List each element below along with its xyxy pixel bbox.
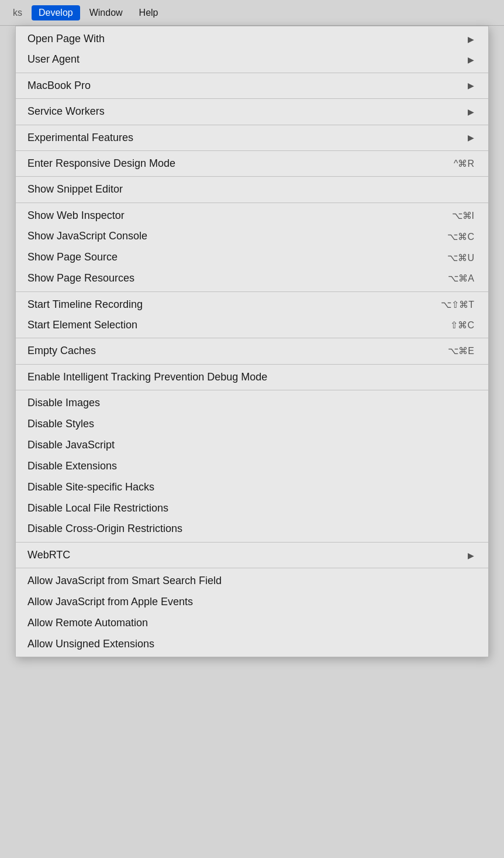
keyboard-shortcut: ⌥⌘A: [448, 273, 474, 284]
menu-item-label: Open Page With: [27, 32, 105, 46]
menu-section-experimental: Experimental Features▶: [16, 125, 488, 151]
menu-section-timeline-group: Start Timeline Recording⌥⇧⌘TStart Elemen…: [16, 292, 488, 339]
menu-bar-item-help[interactable]: Help: [132, 5, 165, 20]
develop-menu-dropdown: Open Page With▶User Agent▶MacBook Pro▶Se…: [15, 26, 489, 657]
menu-item-label: Show Snippet Editor: [27, 183, 123, 196]
menu-item-webrtc[interactable]: WebRTC▶: [16, 543, 488, 568]
menu-item-show-web-inspector[interactable]: Show Web Inspector⌥⌘I: [16, 203, 488, 226]
menu-item-experimental-features[interactable]: Experimental Features▶: [16, 125, 488, 150]
menu-item-label: Disable Site-specific Hacks: [27, 481, 154, 494]
menu-bar-item-window[interactable]: Window: [82, 5, 130, 20]
menu-section-webrtc: WebRTC▶: [16, 543, 488, 568]
menu-section-allow-group: Allow JavaScript from Smart Search Field…: [16, 568, 488, 657]
submenu-arrow-icon: ▶: [468, 551, 474, 560]
menu-item-label: WebRTC: [27, 548, 70, 562]
menu-bar-item-bookmarks[interactable]: ks: [6, 5, 29, 20]
menu-bar-item-develop[interactable]: Develop: [32, 5, 80, 20]
keyboard-shortcut: ⌥⇧⌘T: [441, 299, 474, 310]
menu-item-label: Allow Remote Automation: [27, 616, 148, 630]
menu-item-label: Enter Responsive Design Mode: [27, 157, 175, 170]
keyboard-shortcut: ⌥⌘E: [448, 345, 474, 356]
keyboard-shortcut: ^⌘R: [454, 158, 474, 169]
menu-item-service-workers[interactable]: Service Workers▶: [16, 99, 488, 124]
keyboard-shortcut: ⌥⌘I: [452, 210, 474, 221]
keyboard-shortcut: ⇧⌘C: [450, 320, 474, 331]
submenu-arrow-icon: ▶: [468, 81, 474, 90]
menu-item-label: User Agent: [27, 53, 80, 66]
menu-item-disable-javascript[interactable]: Disable JavaScript: [16, 434, 488, 455]
menu-item-disable-styles[interactable]: Disable Styles: [16, 413, 488, 434]
menu-item-label: Allow JavaScript from Apple Events: [27, 595, 193, 609]
menu-item-label: Allow Unsigned Extensions: [27, 637, 154, 651]
menu-section-inspector-group: Show Web Inspector⌥⌘IShow JavaScript Con…: [16, 203, 488, 292]
menu-item-disable-site-specific-hacks[interactable]: Disable Site-specific Hacks: [16, 476, 488, 497]
menu-item-label: Allow JavaScript from Smart Search Field: [27, 574, 222, 588]
menu-item-label: Enable Intelligent Tracking Prevention D…: [27, 370, 267, 384]
menu-section-open-agent: Open Page With▶User Agent▶: [16, 26, 488, 73]
menu-item-label: Show JavaScript Console: [27, 229, 147, 243]
menu-item-allow-remote-automation[interactable]: Allow Remote Automation: [16, 613, 488, 634]
menu-item-macbook-pro[interactable]: MacBook Pro▶: [16, 73, 488, 98]
menu-section-tracking: Enable Intelligent Tracking Prevention D…: [16, 365, 488, 390]
menu-item-show-page-resources[interactable]: Show Page Resources⌥⌘A: [16, 268, 488, 291]
menu-section-disable-group: Disable ImagesDisable StylesDisable Java…: [16, 390, 488, 543]
menu-item-allow-javascript-from-apple-events[interactable]: Allow JavaScript from Apple Events: [16, 592, 488, 613]
menu-item-allow-unsigned-extensions[interactable]: Allow Unsigned Extensions: [16, 634, 488, 657]
menu-section-macbook: MacBook Pro▶: [16, 73, 488, 99]
menu-item-label: Disable Cross-Origin Restrictions: [27, 522, 182, 536]
menu-item-label: Show Page Source: [27, 250, 118, 264]
menu-item-allow-javascript-from-smart-search-field[interactable]: Allow JavaScript from Smart Search Field: [16, 568, 488, 591]
menu-item-disable-images[interactable]: Disable Images: [16, 390, 488, 413]
menu-item-show-page-source[interactable]: Show Page Source⌥⌘U: [16, 247, 488, 268]
keyboard-shortcut: ⌥⌘C: [447, 231, 474, 242]
menu-item-user-agent[interactable]: User Agent▶: [16, 49, 488, 72]
menu-bar[interactable]: ks Develop Window Help: [0, 0, 504, 26]
menu-item-enter-responsive-design-mode[interactable]: Enter Responsive Design Mode^⌘R: [16, 151, 488, 176]
submenu-arrow-icon: ▶: [468, 133, 474, 142]
menu-item-label: Service Workers: [27, 105, 105, 118]
menu-item-disable-cross-origin-restrictions[interactable]: Disable Cross-Origin Restrictions: [16, 519, 488, 541]
menu-item-start-timeline-recording[interactable]: Start Timeline Recording⌥⇧⌘T: [16, 292, 488, 315]
menu-item-label: Start Timeline Recording: [27, 298, 143, 311]
menu-item-label: Disable Extensions: [27, 459, 117, 473]
menu-item-label: Experimental Features: [27, 131, 133, 145]
menu-item-show-javascript-console[interactable]: Show JavaScript Console⌥⌘C: [16, 226, 488, 247]
menu-item-label: Empty Caches: [27, 344, 96, 358]
menu-item-disable-local-file-restrictions[interactable]: Disable Local File Restrictions: [16, 497, 488, 519]
menu-item-label: Disable Styles: [27, 417, 94, 431]
menu-item-label: MacBook Pro: [27, 79, 91, 92]
keyboard-shortcut: ⌥⌘U: [447, 252, 474, 263]
menu-section-responsive: Enter Responsive Design Mode^⌘R: [16, 151, 488, 177]
menu-section-service-workers: Service Workers▶: [16, 99, 488, 125]
submenu-arrow-icon: ▶: [468, 107, 474, 116]
menu-item-label: Disable JavaScript: [27, 438, 115, 452]
menu-section-caches: Empty Caches⌥⌘E: [16, 338, 488, 364]
menu-section-snippet: Show Snippet Editor: [16, 177, 488, 203]
menu-item-label: Disable Local File Restrictions: [27, 502, 168, 515]
menu-item-label: Show Page Resources: [27, 272, 134, 285]
menu-item-start-element-selection[interactable]: Start Element Selection⇧⌘C: [16, 315, 488, 338]
menu-item-open-page-with[interactable]: Open Page With▶: [16, 26, 488, 49]
menu-item-label: Show Web Inspector: [27, 209, 125, 222]
menu-item-label: Disable Images: [27, 396, 100, 410]
submenu-arrow-icon: ▶: [468, 35, 474, 44]
menu-item-empty-caches[interactable]: Empty Caches⌥⌘E: [16, 338, 488, 363]
submenu-arrow-icon: ▶: [468, 55, 474, 64]
menu-item-show-snippet-editor[interactable]: Show Snippet Editor: [16, 177, 488, 202]
menu-item-label: Start Element Selection: [27, 318, 137, 332]
menu-item-enable-intelligent-tracking-prevention-debug-mode[interactable]: Enable Intelligent Tracking Prevention D…: [16, 365, 488, 390]
menu-item-disable-extensions[interactable]: Disable Extensions: [16, 455, 488, 476]
